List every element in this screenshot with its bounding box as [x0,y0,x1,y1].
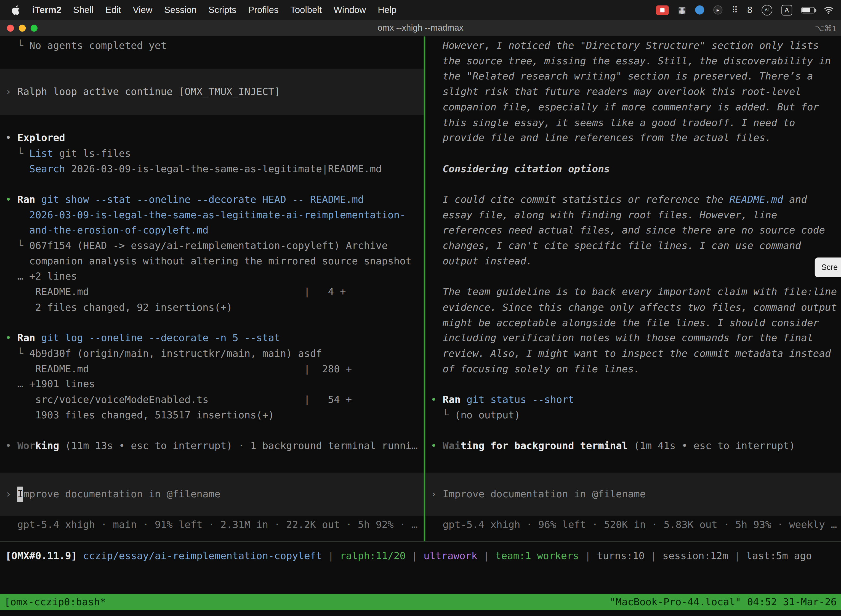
commit-output-text: 067f154 (HEAD -> essay/ai-reimplementati… [29,240,388,251]
screen: iTerm2 Shell Edit View Session Scripts P… [0,0,841,616]
app-icon-8[interactable]: 8 [747,6,752,14]
indent [5,409,35,421]
dots-grid-icon[interactable]: ⠿ [732,6,738,14]
prompt-input-left[interactable]: › Improve documentation in @filename [0,473,424,516]
menu-edit[interactable]: Edit [99,5,127,15]
menu-scripts[interactable]: Scripts [202,5,242,15]
explored-title: Explored [18,132,65,144]
more-lines-indicator: … +1901 lines [5,377,423,392]
indent [5,363,35,374]
explored-search-line: Search 2026-03-09-is-legal-the-same-as-l… [5,161,423,177]
ran-label: Ran [18,332,35,343]
file-name-text: and-the-erosion-of-copyleft.md [29,224,209,236]
inject-banner: › Ralph loop active continue [OMX_TMUX_I… [0,69,424,115]
waiting-label: ting for background terminal [460,440,628,451]
waiting-shimmer-text: Wai [442,440,460,451]
inject-prompt-glyph: › [5,84,17,100]
omx-team: team:1 workers [495,550,579,561]
tree-branch-glyph: └ [5,40,29,51]
menu-view[interactable]: View [127,5,158,15]
explored-header-line: • Explored [5,131,423,146]
text-cursor: I [18,487,23,502]
menu-help[interactable]: Help [372,5,403,15]
omx-mode: ultrawork [423,550,477,561]
menu-status-icons: ▦ ▸ ⠿ 8 .61 A [656,5,833,15]
ran-git-show-line: • Ran git show --stat --oneline --decora… [5,192,423,208]
menu-session[interactable]: Session [158,5,202,15]
app-icon-blue[interactable] [695,5,704,14]
prompt-input-right[interactable]: › Improve documentation in @filename [425,473,841,516]
menu-window[interactable]: Window [328,5,372,15]
battery-fill [802,8,810,12]
file-name-text: 2026-03-09-is-legal-the-same-as-legitima… [29,209,406,220]
app-icon-dark[interactable]: ▸ [714,5,722,14]
tree-branch-glyph: └ [431,409,455,421]
indent [5,286,35,297]
menu-toolbelt[interactable]: Toolbelt [284,5,328,15]
close-window-button[interactable] [7,25,14,31]
task-bullet-icon: • [5,132,17,144]
ran-git-log-line: • Ran git log --oneline --decorate -n 5 … [5,331,423,346]
list-verb: List [29,147,53,159]
working-shimmer-text: Wor [18,440,35,451]
macos-menu-bar: iTerm2 Shell Edit View Session Scripts P… [0,0,841,20]
thinking-paragraph: However, I noticed the "Directory Struct… [442,38,838,146]
omx-branch: cczip/essay/ai-reimplementation-copyleft [77,550,322,561]
battery-gauge-value: .61 [764,7,770,12]
indent [5,224,29,236]
input-source-icon[interactable]: A [781,5,792,15]
working-detail: (11m 13s • esc to interrupt) · 1 backgro… [59,440,418,451]
diffstat-line: src/voice/voiceModeEnabled.ts | 54 + [5,392,423,408]
minimize-window-button[interactable] [19,25,26,31]
agents-note-line: └ No agents completed yet [5,38,423,54]
task-bullet-icon: • [5,332,17,343]
separator: | [477,550,495,561]
tmux-host-clock: "MacBook-Pro-44.local" 04:52 31-Mar-26 [610,594,837,610]
ran-git-status-line: • Ran git status --short [431,392,841,408]
agents-note-text: No agents completed yet [29,40,167,51]
more-lines-indicator: … +2 lines [5,269,423,285]
working-label: king [35,440,59,451]
search-verb: Search [29,163,65,174]
omx-session-time: session:12m [662,550,728,561]
traffic-lights [7,25,38,31]
thinking-text: I could cite commit statistics or refere… [442,194,729,205]
command-text: git show --stat --oneline --decorate HEA… [35,194,364,205]
menu-profiles[interactable]: Profiles [242,5,284,15]
model-status-line-left: gpt-5.4 xhigh · main · 91% left · 2.31M … [5,517,418,532]
waiting-detail: (1m 41s • esc to interrupt) [628,440,795,451]
zoom-window-button[interactable] [31,25,38,31]
battery-gauge-icon[interactable]: .61 [762,5,772,15]
tree-branch-glyph: └ [5,240,29,251]
ran-label: Ran [442,394,460,405]
diffstat-text: README.md | 4 + [35,286,346,297]
battery-icon[interactable] [801,7,815,13]
separator: | [645,550,662,561]
search-args: 2026-03-09-is-legal-the-same-as-legitima… [65,163,382,174]
screen-overlay-button[interactable]: Scre [815,258,841,277]
commit-output-text: 4b9d30f (origin/main, instructkr/main, m… [29,348,322,359]
diffstat-text: src/voice/voiceModeEnabled.ts | 54 + [35,394,352,405]
separator: | [406,550,423,561]
screen-recording-icon[interactable] [656,5,669,15]
wifi-icon[interactable] [824,6,834,13]
readme-link[interactable]: README.md [729,194,783,205]
ran-label: Ran [18,194,35,205]
working-status-line: • Working (11m 13s • esc to interrupt) ·… [5,439,423,454]
separator: | [728,550,746,561]
tmux-pane-left[interactable]: └ No agents completed yet › Ralph loop a… [0,37,424,541]
menu-iterm2[interactable]: iTerm2 [26,5,67,15]
tmux-pane-right[interactable]: However, I noticed the "Directory Struct… [425,37,841,541]
apple-menu[interactable] [12,5,26,15]
indent [5,301,35,313]
thinking-heading: Considering citation options [442,161,841,177]
menu-shell[interactable]: Shell [67,5,99,15]
window-title: omx --xhigh --madmax [378,23,463,33]
tree-branch-glyph: └ [5,147,29,159]
window-grid-icon[interactable]: ▦ [678,6,686,14]
omx-version: [OMX#0.11.9] [5,550,77,561]
terminal: └ No agents completed yet › Ralph loop a… [0,37,841,616]
record-stop-square [660,8,665,12]
diffstat-summary-line: 2 files changed, 92 insertions(+) [5,300,423,315]
window-hotkey-label: ⌥⌘1 [815,20,837,37]
